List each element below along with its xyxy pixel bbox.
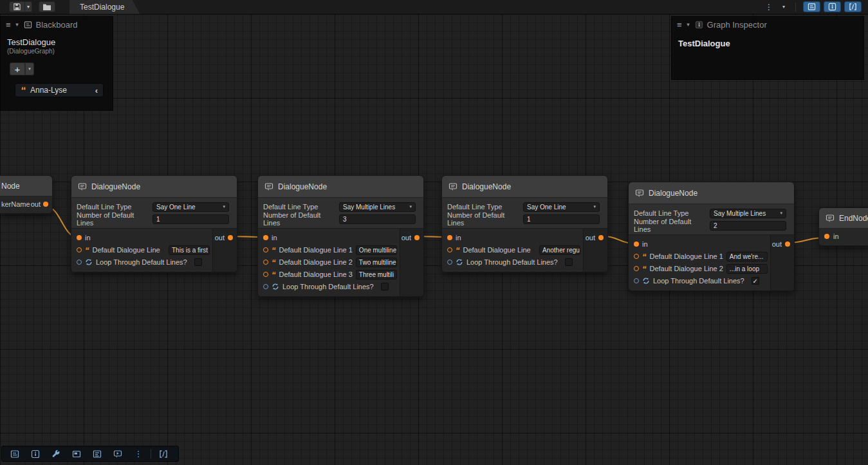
dialogue-node-2[interactable]: DialogueNode Default Line Type Say Multi…: [257, 175, 424, 297]
out-port[interactable]: [414, 235, 420, 240]
node-title-bar[interactable]: DialogueNode: [442, 176, 607, 198]
prop-label-line-type: Default Line Type: [263, 203, 339, 211]
in-port[interactable]: [77, 235, 82, 240]
field-value: Three multili: [359, 271, 394, 278]
node-properties: Default Line Type Say One Line ▾ Number …: [442, 198, 607, 228]
in-port[interactable]: [263, 235, 268, 240]
tab-label: TestDialogue: [80, 3, 124, 12]
quote-icon: “: [272, 272, 276, 278]
graph-inspector-header[interactable]: ≡ ▼ Graph Inspector: [672, 17, 863, 32]
hamburger-icon[interactable]: ≡: [6, 20, 11, 30]
blackboard-alt-icon: [93, 450, 102, 459]
node-title-bar[interactable]: DialogueNode: [71, 176, 237, 198]
dialogue-line-port[interactable]: [634, 266, 639, 271]
out-port-label: out: [772, 240, 782, 248]
dialogue-line-field[interactable]: And we're...: [726, 252, 768, 261]
dialogue-line-port[interactable]: [263, 247, 268, 252]
toggle-frame-button[interactable]: [844, 1, 862, 12]
dialogue-line-port[interactable]: [77, 247, 82, 252]
dialogue-line-field[interactable]: Three multili: [356, 270, 397, 280]
line-type-dropdown[interactable]: Say Multiple Lines ▾: [710, 209, 786, 218]
out-port[interactable]: [228, 235, 233, 240]
node-title-bar[interactable]: DialogueNode: [629, 182, 794, 204]
field-value: One multiline: [359, 247, 396, 254]
frame-all-button[interactable]: [153, 447, 174, 460]
dialogue-line-port[interactable]: [447, 247, 452, 252]
dialogue-line-field[interactable]: Two multiline: [356, 258, 397, 267]
end-node[interactable]: EndNode in: [818, 207, 868, 246]
dialogue-node-icon: [448, 182, 457, 191]
dialogue-line-field[interactable]: One multiline: [356, 245, 397, 255]
toggle-blackboard-button[interactable]: [5, 447, 25, 460]
loop-checkbox[interactable]: [752, 277, 759, 285]
blackboard-header[interactable]: ≡ ▼ Blackboard: [1, 17, 113, 32]
num-lines-field[interactable]: 3: [339, 214, 416, 224]
out-port[interactable]: [785, 242, 790, 247]
dialogue-node-1[interactable]: DialogueNode Default Line Type Say One L…: [71, 175, 237, 272]
inspector-icon: [828, 3, 836, 11]
dialogue-line-label: Default Dialogue Line: [93, 246, 160, 254]
dropdown-value: Say One Line: [527, 204, 566, 211]
out-port[interactable]: [598, 235, 604, 240]
chevron-left-icon[interactable]: ‹: [95, 86, 98, 95]
save-dropdown-button[interactable]: ▾: [25, 1, 32, 12]
line-type-dropdown[interactable]: Say One Line ▾: [523, 202, 600, 212]
save-button[interactable]: [9, 1, 25, 12]
loop-port[interactable]: [634, 278, 639, 283]
dialogue-line-port[interactable]: [634, 254, 639, 259]
in-port[interactable]: [447, 235, 452, 240]
loop-icon: [456, 258, 463, 266]
minimap-button[interactable]: [66, 447, 87, 460]
node-title-bar[interactable]: DialogueNode: [258, 176, 423, 198]
line-type-dropdown[interactable]: Say One Line ▾: [152, 202, 229, 212]
num-lines-field[interactable]: 1: [523, 214, 600, 224]
collapse-arrow-icon[interactable]: ▼: [15, 22, 20, 28]
toggle-blackboard-button[interactable]: [803, 1, 820, 12]
hamburger-icon[interactable]: ≡: [677, 20, 682, 30]
num-lines-field[interactable]: 1: [152, 214, 229, 224]
line-type-dropdown[interactable]: Say Multiple Lines ▾: [339, 202, 416, 212]
quote-icon: “: [456, 247, 460, 253]
tab-testdialogue[interactable]: TestDialogue: [69, 0, 140, 14]
in-port[interactable]: [824, 234, 829, 239]
add-variable-dropdown[interactable]: ▾: [25, 62, 34, 75]
loop-checkbox[interactable]: [194, 258, 202, 266]
more-menu-dropdown[interactable]: ▾: [779, 1, 788, 12]
settings-button[interactable]: [46, 447, 66, 460]
node-title-bar[interactable]: EndNode: [819, 208, 868, 229]
blackboard-item-anna-lyse[interactable]: “ Anna-Lyse ‹: [15, 83, 104, 97]
toggle-inspector-button[interactable]: [824, 1, 841, 12]
more-menu-button[interactable]: ⋮: [128, 447, 149, 460]
node-title: DialogueNode: [91, 182, 140, 191]
loop-port[interactable]: [263, 284, 268, 289]
dialogue-node-3[interactable]: DialogueNode Default Line Type Say One L…: [441, 175, 608, 272]
dialogue-line-field[interactable]: Another regu: [539, 245, 580, 255]
field-value: Another regu: [542, 247, 580, 254]
loop-checkbox[interactable]: [381, 283, 389, 290]
dialogue-line-field[interactable]: ...in a loop: [726, 264, 768, 274]
loop-port[interactable]: [447, 260, 452, 265]
loop-port[interactable]: [77, 260, 82, 265]
prop-label-num-lines: Number of Default Lines: [77, 211, 152, 227]
preview-button[interactable]: [107, 447, 128, 460]
node-title-bar[interactable]: Node: [0, 176, 52, 196]
in-port-label: in: [642, 240, 648, 248]
blackboard-alt-button[interactable]: [87, 447, 107, 460]
in-port[interactable]: [634, 242, 639, 247]
dialogue-line-port[interactable]: [263, 260, 268, 265]
out-port[interactable]: [43, 202, 48, 207]
dialogue-line-port[interactable]: [263, 272, 268, 277]
dialogue-line-field[interactable]: This is a first: [169, 245, 210, 255]
loop-label: Loop Through Default Lines?: [282, 283, 374, 290]
num-lines-field[interactable]: 2: [710, 221, 786, 231]
start-node[interactable]: Node kerName out: [0, 175, 53, 214]
more-menu-button[interactable]: ⋮: [762, 1, 776, 12]
collapse-arrow-icon[interactable]: ▼: [686, 22, 691, 28]
toggle-inspector-button[interactable]: [25, 447, 46, 460]
dialogue-node-4[interactable]: DialogueNode Default Line Type Say Multi…: [628, 182, 795, 291]
add-variable-button[interactable]: +: [10, 62, 25, 75]
open-asset-button[interactable]: [39, 1, 55, 12]
loop-checkbox[interactable]: [565, 258, 573, 266]
prop-label-line-type: Default Line Type: [634, 209, 710, 217]
node-ports: in “ Default Dialogue Line This is a fir…: [71, 228, 237, 272]
